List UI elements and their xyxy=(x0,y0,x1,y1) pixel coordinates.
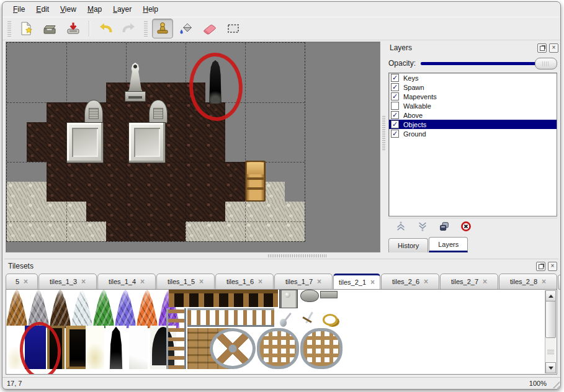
tile-crystal[interactable] xyxy=(115,290,136,328)
float-panel-icon[interactable] xyxy=(536,262,545,271)
layer-visibility-checkbox[interactable] xyxy=(391,102,399,110)
map-tile-dirt-floor[interactable] xyxy=(166,221,186,241)
map-tile-dirt-floor[interactable] xyxy=(47,182,66,202)
map-tile-rock-wall[interactable] xyxy=(7,162,27,182)
close-panel-icon[interactable]: × xyxy=(549,43,558,53)
map-tile-rock-wall[interactable] xyxy=(285,142,305,162)
map-tile-rock-wall[interactable] xyxy=(265,63,285,82)
tileset-tab-tiles_2_8[interactable]: tiles_2_8× xyxy=(499,274,557,290)
tile-crystal[interactable] xyxy=(6,290,27,328)
map-tile-rock-wall[interactable] xyxy=(225,122,245,142)
map-tile-rubble-ground[interactable] xyxy=(225,221,245,241)
scrollbar-thumb[interactable] xyxy=(545,301,556,338)
tool-fill-button[interactable] xyxy=(176,19,197,38)
tile-crystal[interactable] xyxy=(71,290,92,328)
map-tile-rubble-ground[interactable] xyxy=(186,221,205,241)
tab-close-icon[interactable]: × xyxy=(317,278,321,285)
scroll-up-icon[interactable] xyxy=(545,290,556,301)
layer-row-objects[interactable]: ✓Objects xyxy=(389,120,557,129)
layer-row-spawn[interactable]: ✓Spawn xyxy=(389,82,557,92)
tool-new-file-button[interactable] xyxy=(16,19,37,38)
map-tile-rock-wall[interactable] xyxy=(166,63,186,82)
map-tile-dirt-floor[interactable] xyxy=(205,142,225,162)
tool-open-button[interactable] xyxy=(39,19,60,38)
menu-item-file[interactable]: File xyxy=(7,3,30,16)
map-tile-dirt-floor[interactable] xyxy=(47,162,66,182)
map-tile-rubble-ground[interactable] xyxy=(205,221,225,241)
layer-list[interactable]: ✓Keys✓Spawn✓MapeventsWalkable✓Above✓Obje… xyxy=(388,73,557,216)
layer-row-above[interactable]: ✓Above xyxy=(389,110,557,120)
tool-stamp-button[interactable] xyxy=(152,19,173,38)
toolbar-grip[interactable] xyxy=(7,20,11,37)
tileset-tab-tiles_1_6[interactable]: tiles_1_6× xyxy=(215,274,274,290)
map-tile-rock-wall[interactable] xyxy=(86,63,106,82)
map-tile-rock-wall[interactable] xyxy=(106,63,126,82)
map-tile-rock-wall[interactable] xyxy=(245,63,265,82)
tile-curve[interactable] xyxy=(257,328,299,369)
layer-duplicate-button[interactable] xyxy=(436,220,453,234)
map-tile-rubble-ground[interactable] xyxy=(265,202,285,221)
menu-item-map[interactable]: Map xyxy=(82,3,107,16)
tile-white[interactable] xyxy=(129,326,148,369)
tile-glow-cream[interactable] xyxy=(86,326,104,369)
tab-close-icon[interactable]: × xyxy=(24,278,28,285)
dock-tab-layers[interactable]: Layers xyxy=(429,237,468,252)
map-tile-dirt-floor[interactable] xyxy=(106,102,126,122)
map-tile-dirt-floor[interactable] xyxy=(47,102,66,122)
map-tile-rubble-ground[interactable] xyxy=(225,202,245,221)
map-tile-rock-wall[interactable] xyxy=(285,63,305,82)
map-tile-dirt-floor[interactable] xyxy=(106,122,126,142)
tile-crystal[interactable] xyxy=(50,290,71,328)
map-tile-rubble-ground[interactable] xyxy=(47,202,66,221)
dock-tab-history[interactable]: History xyxy=(388,238,428,252)
menu-item-view[interactable]: View xyxy=(55,3,82,16)
map-tile-rock-wall[interactable] xyxy=(245,142,265,162)
map-tile-rock-wall[interactable] xyxy=(265,43,285,63)
map-tile-dirt-floor[interactable] xyxy=(146,202,166,221)
map-tile-rubble-ground[interactable] xyxy=(285,202,305,221)
tileset-tab-tiles_1_4[interactable]: tiles_1_4× xyxy=(97,274,156,290)
map-tile-rock-wall[interactable] xyxy=(7,63,27,82)
map-tile-rock-wall[interactable] xyxy=(225,142,245,162)
map-tile-dirt-floor[interactable] xyxy=(225,162,245,182)
map-viewport[interactable] xyxy=(6,42,380,252)
map-tile-rock-wall[interactable] xyxy=(126,43,146,63)
tileset-tab-tiles_1_3[interactable]: tiles_1_3× xyxy=(38,274,97,290)
tileset-tab-5[interactable]: 5× xyxy=(6,274,38,290)
map-tile-dirt-floor[interactable] xyxy=(126,202,146,221)
tool-undo-button[interactable] xyxy=(95,19,116,38)
map-tile-rubble-ground[interactable] xyxy=(27,202,47,221)
tab-close-icon[interactable]: × xyxy=(424,278,428,285)
tileset-tab-tiles_2_6[interactable]: tiles_2_6× xyxy=(381,274,439,290)
map-tile-dirt-floor[interactable] xyxy=(205,182,225,202)
map-tile-dirt-floor[interactable] xyxy=(146,182,166,202)
map-tile-rock-wall[interactable] xyxy=(47,43,66,63)
splitter-grip[interactable] xyxy=(382,116,385,150)
tile-cap[interactable] xyxy=(300,290,319,302)
map-tile-rubble-ground[interactable] xyxy=(66,202,86,221)
map-tile-rock-wall[interactable] xyxy=(245,122,265,142)
tab-close-icon[interactable]: × xyxy=(258,278,262,285)
tileset-tab-tiles_1_7[interactable]: tiles_1_7× xyxy=(274,274,333,290)
map-tile-dirt-floor[interactable] xyxy=(66,182,86,202)
tab-close-icon[interactable]: × xyxy=(81,278,86,285)
map-tile-dirt-floor[interactable] xyxy=(86,162,106,182)
map-tile-rock-wall[interactable] xyxy=(66,82,86,102)
map-tile-dirt-floor[interactable] xyxy=(106,202,126,221)
map-tile-rubble-ground[interactable] xyxy=(245,202,265,221)
map-tile-dirt-floor[interactable] xyxy=(186,122,205,142)
map-tile-rock-wall[interactable] xyxy=(146,43,166,63)
map-tile-rubble-ground[interactable] xyxy=(66,221,86,241)
tileset-canvas[interactable] xyxy=(6,289,557,375)
map-tile-rock-wall[interactable] xyxy=(245,82,265,102)
scroll-down-icon[interactable] xyxy=(545,362,556,373)
tile-crystal[interactable] xyxy=(93,290,114,328)
map-tile-dirt-floor[interactable] xyxy=(27,142,47,162)
map-tile-rock-wall[interactable] xyxy=(106,43,126,63)
map-tile-rock-wall[interactable] xyxy=(7,82,27,102)
map-tile-dirt-floor[interactable] xyxy=(47,142,66,162)
layer-move-up-button[interactable] xyxy=(392,220,410,234)
map-tile-rubble-ground[interactable] xyxy=(7,182,27,202)
layer-row-walkable[interactable]: Walkable xyxy=(389,101,557,110)
map-tile-dirt-floor[interactable] xyxy=(186,202,205,221)
